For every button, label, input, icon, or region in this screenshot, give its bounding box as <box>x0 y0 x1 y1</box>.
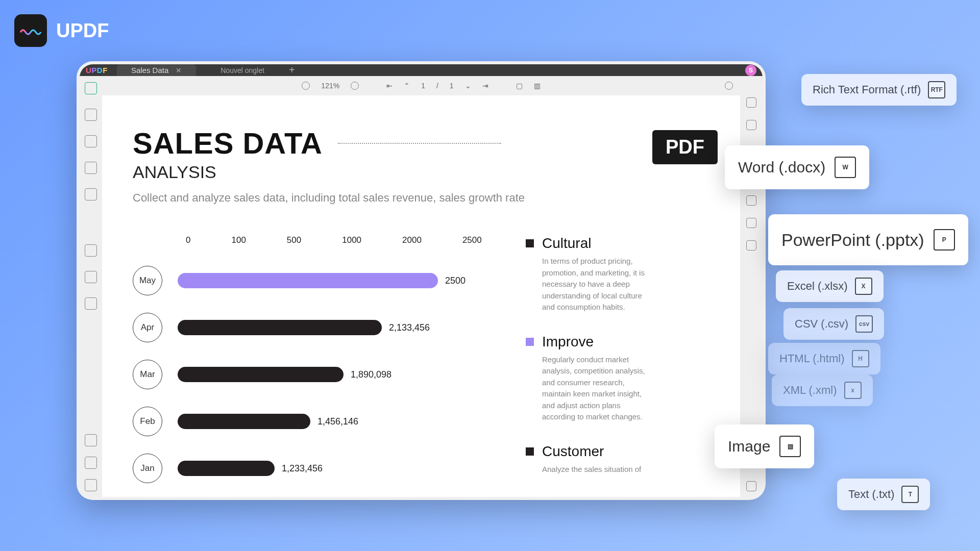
word-icon: W <box>835 157 856 178</box>
format-label: CSV (.csv) <box>795 317 848 331</box>
avatar[interactable]: S <box>745 65 756 76</box>
search-icon[interactable] <box>725 82 733 90</box>
page-subtitle: ANALYSIS <box>133 162 709 182</box>
share-icon[interactable] <box>746 120 756 130</box>
bar <box>178 461 275 476</box>
cloud-icon[interactable] <box>746 195 756 206</box>
first-page-button[interactable]: ⇤ <box>386 82 393 90</box>
format-label: XML (.xml) <box>783 384 837 397</box>
format-xlsx-card[interactable]: Excel (.xlsx) X <box>776 270 884 302</box>
legend-swatch <box>526 338 534 346</box>
format-label: PowerPoint (.pptx) <box>781 230 924 250</box>
bar-value: 2,133,456 <box>389 322 430 333</box>
image-icon: ▧ <box>779 436 801 457</box>
tool-annotate-icon[interactable] <box>85 135 97 147</box>
bar-chart: 0 100 500 1000 2000 2500 May2500Apr2,133… <box>133 235 480 497</box>
pdf-badge: PDF <box>652 130 718 164</box>
legend-description: Regularly conduct market analysis, compe… <box>542 354 649 423</box>
chart-axis: 0 100 500 1000 2000 2500 <box>133 235 480 245</box>
bar-label: Apr <box>133 313 162 342</box>
last-page-button[interactable]: ⇥ <box>482 82 488 90</box>
bar-value: 1,456,146 <box>317 416 358 427</box>
format-label: Text (.txt) <box>848 488 894 501</box>
prev-page-button[interactable]: ⌃ <box>404 82 410 90</box>
bar-row: Feb1,456,146 <box>133 407 480 436</box>
bar <box>178 367 344 382</box>
legend-swatch <box>526 239 534 247</box>
page-total: 1 <box>450 82 454 90</box>
legend-swatch <box>526 447 534 456</box>
page-current[interactable]: 1 <box>421 82 425 90</box>
legend-description: Analyze the sales situation of <box>542 464 649 475</box>
tool-edit-icon[interactable] <box>85 188 97 201</box>
bar-row: May2500 <box>133 266 480 295</box>
format-xml-card[interactable]: XML (.xml) x <box>772 374 873 406</box>
bar-row: Mar1,890,098 <box>133 360 480 389</box>
tool-layers-icon[interactable] <box>85 271 97 283</box>
format-rtf-card[interactable]: Rich Text Format (.rtf) RTF <box>801 74 957 106</box>
xml-icon: x <box>844 382 862 399</box>
bar-value: 1,890,098 <box>351 369 391 380</box>
document-toolbar: 121% ⇤ ⌃ 1 / 1 ⌄ ⇥ ▢ ▥ <box>102 76 740 95</box>
tool-cursor-icon[interactable] <box>85 244 97 257</box>
bar-label: Mar <box>133 360 162 389</box>
format-pptx-card[interactable]: PowerPoint (.pptx) P <box>768 214 968 265</box>
tab-active[interactable]: Sales Data ✕ <box>117 64 196 76</box>
txt-icon: T <box>901 486 919 503</box>
undo-icon[interactable] <box>746 240 756 251</box>
settings-icon[interactable] <box>746 218 756 228</box>
bar-row: Apr2,133,456 <box>133 313 480 342</box>
bar-label: May <box>133 266 162 295</box>
bar-row: Jan1,233,456 <box>133 454 480 483</box>
tool-bookmark-icon[interactable] <box>85 457 97 469</box>
format-csv-card[interactable]: CSV (.csv) csv <box>783 308 884 340</box>
bar <box>178 320 382 335</box>
legend-item: CustomerAnalyze the sales situation of <box>526 443 709 475</box>
bar-value: 2500 <box>445 276 465 286</box>
html-icon: H <box>852 350 869 367</box>
format-label: Excel (.xlsx) <box>787 280 848 293</box>
rtf-icon: RTF <box>928 81 945 98</box>
tab-label: Sales Data <box>131 66 168 74</box>
tool-view-icon[interactable] <box>85 82 97 94</box>
zoom-in-button[interactable] <box>351 82 359 90</box>
bar-label: Jan <box>133 454 162 483</box>
bar-label: Feb <box>133 407 162 436</box>
app-window: UPDF Sales Data ✕ Nouvel onglet + S <box>77 61 766 500</box>
legend-item: CulturalIn terms of product pricing, pro… <box>526 235 709 313</box>
layout-icon[interactable]: ▥ <box>534 82 541 90</box>
export-icon[interactable] <box>746 97 756 108</box>
page-description: Collect and analyze sales data, includin… <box>133 191 709 205</box>
format-image-card[interactable]: Image ▧ <box>715 424 814 468</box>
format-label: Word (.docx) <box>738 159 825 176</box>
tool-form-icon[interactable] <box>85 297 97 310</box>
tool-thumbnail-icon[interactable] <box>85 162 97 174</box>
page-title: SALES DATA <box>133 126 709 160</box>
legend-title: Improve <box>542 334 594 350</box>
left-toolbar <box>80 76 102 497</box>
next-page-button[interactable]: ⌄ <box>465 82 471 90</box>
legend-title: Customer <box>542 443 604 460</box>
tab-add-button[interactable]: + <box>289 64 295 76</box>
format-txt-card[interactable]: Text (.txt) T <box>837 479 930 510</box>
tab-new[interactable]: Nouvel onglet <box>200 66 285 74</box>
format-word-card[interactable]: Word (.docx) W <box>725 145 869 189</box>
tool-attachment-icon[interactable] <box>85 479 97 491</box>
brand-logo: UPDF <box>14 14 109 47</box>
presentation-icon[interactable]: ▢ <box>516 82 523 90</box>
app-logo: UPDF <box>86 66 108 74</box>
format-label: Rich Text Format (.rtf) <box>813 83 921 96</box>
tool-pages-icon[interactable] <box>85 434 97 446</box>
brand-logo-icon <box>14 14 47 47</box>
tool-highlight-icon[interactable] <box>85 109 97 121</box>
legend-item: ImproveRegularly conduct market analysis… <box>526 334 709 423</box>
csv-icon: csv <box>855 315 873 333</box>
zoom-level: 121% <box>321 82 339 90</box>
format-html-card[interactable]: HTML (.html) H <box>768 343 880 374</box>
zoom-out-button[interactable] <box>302 82 310 90</box>
chat-icon[interactable] <box>746 481 756 491</box>
document-page: PDF SALES DATA ANALYSIS Collect and anal… <box>102 95 740 497</box>
bar-value: 1,233,456 <box>282 463 323 474</box>
close-icon[interactable]: ✕ <box>176 66 182 74</box>
bar <box>178 273 438 288</box>
